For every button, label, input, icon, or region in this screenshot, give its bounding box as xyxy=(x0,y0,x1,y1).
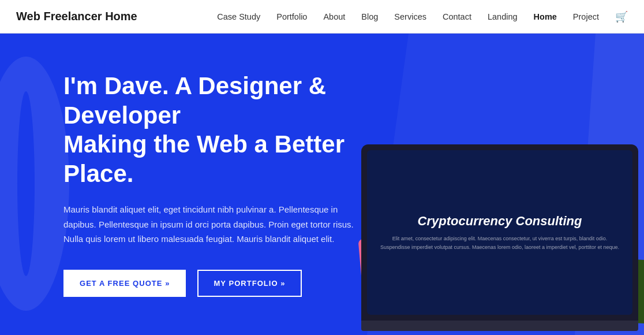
nav-link-about[interactable]: About xyxy=(323,12,345,21)
nav-item-project[interactable]: Project xyxy=(573,12,599,22)
hero-title-line1: I'm Dave. A Designer & Developer xyxy=(63,72,326,128)
nav-link-portfolio[interactable]: Portfolio xyxy=(276,12,307,21)
nav-item-portfolio[interactable]: Portfolio xyxy=(276,12,307,22)
nav-item-home[interactable]: Home xyxy=(534,12,557,22)
nav-link-project[interactable]: Project xyxy=(573,12,599,21)
brand-logo[interactable]: Web Freelancer Home xyxy=(16,10,137,23)
nav-item-contact[interactable]: Contact xyxy=(443,12,471,22)
hero-title-line2: Making the Web a Better Place. xyxy=(63,131,345,187)
hero-description: Mauris blandit aliquet elit, eget tincid… xyxy=(63,202,369,247)
nav-item-about[interactable]: About xyxy=(323,12,345,22)
laptop-screen: Cryptocurrency Consulting Elit amet, con… xyxy=(367,150,632,315)
nav-link-contact[interactable]: Contact xyxy=(443,12,471,21)
nav-item-services[interactable]: Services xyxy=(394,12,426,22)
laptop-mockup: Cryptocurrency Consulting Elit amet, con… xyxy=(361,144,638,329)
nav-link-casestudy[interactable]: Case Study xyxy=(217,12,260,21)
hero-content: I'm Dave. A Designer & Developer Making … xyxy=(0,72,369,296)
nav-link-blog[interactable]: Blog xyxy=(361,12,378,21)
screen-text: Elit amet, consectetur adipiscing elit. … xyxy=(379,234,621,251)
laptop-screen-content: Cryptocurrency Consulting Elit amet, con… xyxy=(367,202,632,263)
nav-item-landing[interactable]: Landing xyxy=(488,12,518,22)
nav-link-home[interactable]: Home xyxy=(534,12,557,21)
portfolio-button[interactable]: MY PORTFOLIO » xyxy=(197,270,301,297)
laptop-body: Cryptocurrency Consulting Elit amet, con… xyxy=(361,144,638,321)
nav-item-casestudy[interactable]: Case Study xyxy=(217,12,260,22)
nav-link-services[interactable]: Services xyxy=(394,12,426,21)
screen-title: Cryptocurrency Consulting xyxy=(379,214,621,229)
hero-visual: Cryptocurrency Consulting Elit amet, con… xyxy=(327,104,644,335)
navbar: Web Freelancer Home Case Study Portfolio… xyxy=(0,0,644,34)
nav-link-landing[interactable]: Landing xyxy=(488,12,518,21)
hero-section: I'm Dave. A Designer & Developer Making … xyxy=(0,34,644,335)
get-quote-button[interactable]: GET A FREE QUOTE » xyxy=(63,270,186,297)
laptop-base xyxy=(361,321,638,331)
hero-buttons: GET A FREE QUOTE » MY PORTFOLIO » xyxy=(63,270,369,297)
cart-icon[interactable]: 🛒 xyxy=(615,10,628,23)
cart-button[interactable]: 🛒 xyxy=(615,11,628,23)
nav-menu: Case Study Portfolio About Blog Services… xyxy=(217,10,628,23)
nav-item-blog[interactable]: Blog xyxy=(361,12,378,22)
hero-title: I'm Dave. A Designer & Developer Making … xyxy=(63,72,369,188)
